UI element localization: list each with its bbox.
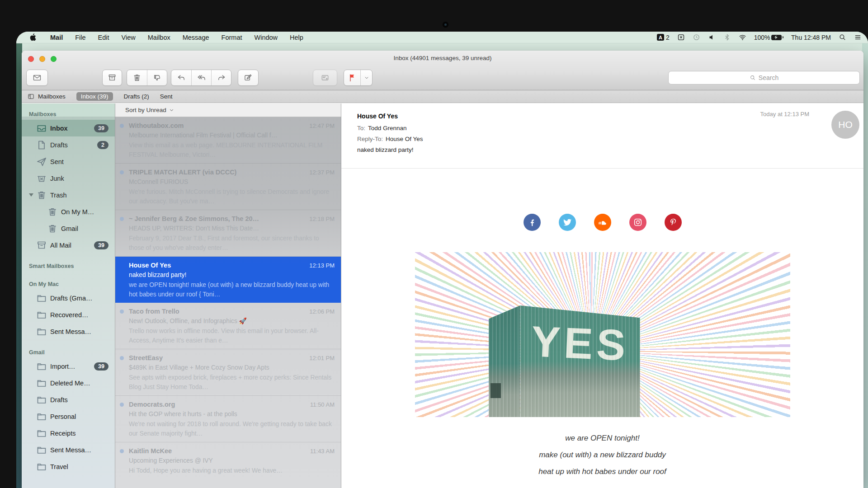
flag-dropdown-button[interactable]	[360, 70, 372, 85]
message-row-jennifer-berg-zoe-simmons-the-20[interactable]: ~ Jennifer Berg & Zoe Simmons, The 20…12…	[115, 210, 341, 257]
favorites-item-mailboxes[interactable]: Mailboxes	[27, 93, 66, 100]
junk-button[interactable]	[147, 70, 167, 85]
trash-icon	[36, 190, 47, 201]
time-machine-icon[interactable]	[693, 33, 700, 41]
sidebar-item-trash[interactable]: Trash	[22, 187, 115, 203]
sidebar-item-drafts-gma[interactable]: Drafts (Gma…	[22, 290, 115, 306]
message-row-kaitlin-mckee[interactable]: Kaitlin McKee11:43 AMUpcoming Experience…	[115, 442, 341, 488]
volume-icon[interactable]	[708, 33, 716, 41]
sidebar-item-sent[interactable]: Sent	[22, 153, 115, 170]
unread-count-badge: 39	[94, 241, 108, 249]
message-row-withoutabox-com[interactable]: Withoutabox.com12:47 PMMelbourne Interna…	[115, 117, 341, 164]
message-row-head: Taco from Trello12:06 PM	[129, 306, 335, 316]
menu-mail[interactable]: Mail	[50, 34, 63, 41]
search-input[interactable]: Search	[668, 71, 860, 84]
menu-mailbox[interactable]: Mailbox	[148, 34, 170, 41]
twitter-icon[interactable]	[559, 214, 576, 231]
get-mail-button[interactable]	[26, 70, 48, 86]
message-header: House Of Yes To:Todd Grennan Reply-To:Ho…	[341, 103, 863, 169]
sidebar-item-all-mail[interactable]: All Mail39	[22, 237, 115, 253]
message-subject: McConnell FURIOUS	[129, 177, 335, 187]
forward-button[interactable]	[211, 70, 231, 85]
sidebar-item-import[interactable]: Import…39	[22, 358, 115, 375]
archive-button[interactable]	[102, 70, 122, 86]
menu-message[interactable]: Message	[183, 34, 209, 41]
sidebar-item-deleted-me[interactable]: Deleted Me…	[22, 375, 115, 391]
message-row-democrats-org[interactable]: Democrats.org11:50 AMHit the GOP where i…	[115, 396, 341, 442]
favorites-item-label: Mailboxes	[38, 93, 66, 100]
menu-window[interactable]: Window	[254, 34, 278, 41]
instagram-icon[interactable]	[629, 214, 646, 231]
message-time: 12:01 PM	[309, 355, 335, 361]
message-preview: February 9, 2017 Dear T.B., First and fo…	[129, 234, 335, 253]
reply-group	[171, 70, 231, 86]
favorites-item-sent[interactable]: Sent	[160, 93, 173, 100]
mail-window: Inbox (44901 messages, 39 unread)	[22, 51, 863, 488]
sidebar-item-receipts[interactable]: Receipts	[22, 425, 115, 441]
message-row-triple-match-alert-via-dccc[interactable]: TRIPLE MATCH ALERT (via DCCC)12:37 PMMcC…	[115, 164, 341, 210]
soundcloud-icon[interactable]	[594, 214, 611, 231]
creative-cloud-icon[interactable]: A 2	[657, 34, 670, 41]
sidebar-item-label: Drafts	[50, 141, 68, 149]
stationery-button[interactable]	[313, 70, 337, 86]
reply-all-button[interactable]	[191, 70, 211, 85]
menu-format[interactable]: Format	[222, 34, 242, 41]
sidebar-item-sent-messa[interactable]: Sent Messa…	[22, 323, 115, 340]
message-sender: Taco from Trello	[129, 306, 306, 316]
message-list-pane: Sort by Unread Withoutabox.com12:47 PMMe…	[115, 103, 341, 488]
message-time: 11:50 AM	[310, 401, 335, 408]
favorites-item-drafts-2[interactable]: Drafts (2)	[124, 93, 149, 100]
sidebar-item-drafts[interactable]: Drafts	[22, 391, 115, 408]
message-sender: ~ Jennifer Berg & Zoe Simmons, The 20…	[129, 214, 306, 224]
flag-button[interactable]	[344, 70, 360, 85]
sidebar-item-inbox[interactable]: Inbox39	[22, 120, 115, 136]
sidebar-item-label: On My M…	[61, 208, 94, 216]
disclosure-triangle[interactable]	[26, 193, 36, 197]
menu-edit[interactable]: Edit	[98, 34, 109, 41]
mailbox-sidebar: MailboxesInbox39Drafts2SentJunkTrashOn M…	[22, 103, 115, 488]
sidebar-item-recovered[interactable]: Recovered…	[22, 306, 115, 323]
folder-icon	[36, 428, 47, 439]
sidebar-item-personal[interactable]: Personal	[22, 408, 115, 425]
avatar: HO	[831, 111, 859, 139]
menu-status-area: A 2 100% Thu 12:48 PM	[657, 33, 862, 41]
menu-help[interactable]: Help	[290, 34, 303, 41]
menu-file[interactable]: File	[75, 34, 85, 41]
unread-count-badge: 39	[94, 124, 108, 132]
battery-indicator[interactable]: 100%	[754, 34, 783, 41]
sort-control[interactable]: Sort by Unread	[115, 103, 341, 117]
message-row-house-of-yes[interactable]: House Of Yes12:13 PMnaked blizzard party…	[115, 257, 341, 303]
message-row-taco-from-trello[interactable]: Taco from Trello12:06 PMNew! Outlook, Of…	[115, 303, 341, 349]
facebook-icon[interactable]	[524, 214, 541, 231]
boxed-x-icon[interactable]	[677, 33, 685, 41]
sidebar-item-drafts[interactable]: Drafts2	[22, 136, 115, 153]
folder-icon	[36, 361, 47, 372]
sidebar-item-sent-messa[interactable]: Sent Messa…	[22, 441, 115, 458]
apple-menu[interactable]	[30, 33, 36, 41]
sidebar-item-travel[interactable]: Travel	[22, 458, 115, 475]
spotlight-icon[interactable]	[839, 33, 846, 41]
compose-icon	[244, 73, 253, 82]
reply-button[interactable]	[171, 70, 191, 85]
sidebar-item-gmail[interactable]: Gmail	[22, 220, 115, 237]
chevron-down-icon	[363, 75, 370, 81]
message-row-streeteasy[interactable]: StreetEasy12:01 PM$489K in East Village …	[115, 349, 341, 396]
pinterest-icon[interactable]	[665, 214, 682, 231]
menu-view[interactable]: View	[122, 34, 136, 41]
menu-clock[interactable]: Thu 12:48 PM	[791, 34, 831, 41]
notification-center-icon[interactable]	[854, 33, 862, 41]
compose-button[interactable]	[238, 70, 259, 86]
sidebar-item-label: Inbox	[50, 125, 68, 132]
favorites-item-inbox-39[interactable]: Inbox (39)	[76, 92, 113, 101]
delete-button[interactable]	[127, 70, 147, 85]
favorites-item-label: Inbox (39)	[81, 93, 108, 100]
sidebar-toggle-icon	[27, 93, 35, 100]
wifi-icon[interactable]	[739, 33, 746, 41]
folder-icon	[36, 326, 47, 337]
sidebar-item-label: Deleted Me…	[50, 380, 90, 387]
bluetooth-icon[interactable]	[723, 33, 731, 41]
sidebar-item-on-my-m[interactable]: On My M…	[22, 203, 115, 220]
sidebar-item-label: Receipts	[50, 430, 75, 437]
folder-icon	[36, 461, 47, 472]
sidebar-item-junk[interactable]: Junk	[22, 170, 115, 187]
